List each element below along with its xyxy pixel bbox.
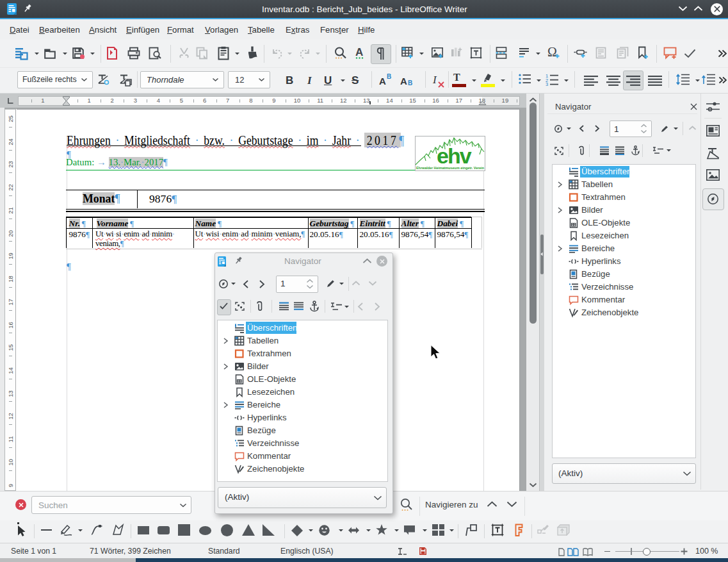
- svg-text:ehv: ehv: [437, 144, 472, 168]
- svg-text:Ω: Ω: [547, 45, 557, 59]
- svg-text:Ehrwalder Heimatmuseum eingetr: Ehrwalder Heimatmuseum eingetr. Verein: [416, 166, 484, 170]
- svg-text:A: A: [355, 46, 363, 58]
- svg-text:3: 3: [546, 81, 548, 87]
